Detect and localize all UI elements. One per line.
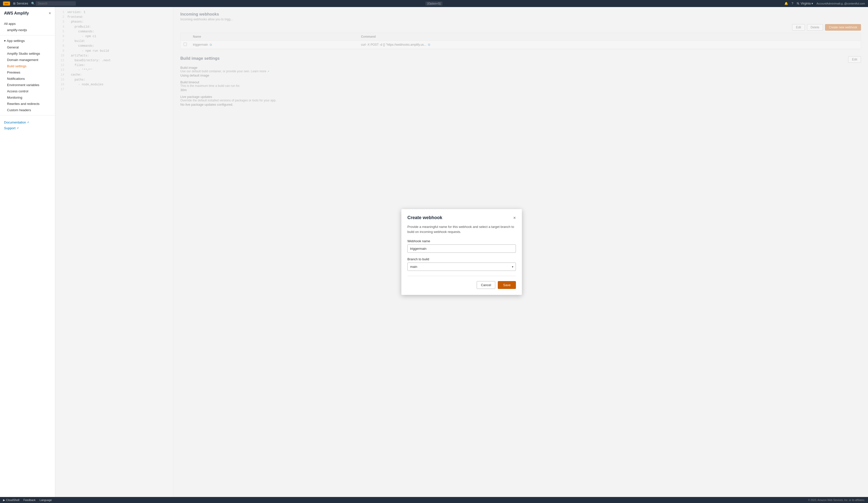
chevron-down-icon: ▾ [4,39,6,43]
nav-right-items: 🔔 ? N. Virginia ▾ AccountAdmin/matt.g..@… [784,2,865,5]
cancel-button[interactable]: Cancel [477,281,495,289]
sidebar-item-notifications[interactable]: Notifications [0,75,55,82]
search-box-container[interactable]: 🔍 [31,1,76,6]
dialog-close-icon[interactable]: × [513,216,516,220]
sidebar-item-custom-headers[interactable]: Custom headers [0,107,55,113]
aws-logo: aws [3,1,10,6]
sidebar-header: AWS Amplify × [0,11,55,19]
sidebar-item-general[interactable]: General [0,44,55,51]
language-link[interactable]: Language [40,499,52,502]
documentation-label: Documentation [4,120,26,124]
feedback-link[interactable]: Feedback [23,499,35,502]
sidebar-item-previews[interactable]: Previews [0,69,55,75]
grid-icon: ⊞ [13,2,16,5]
dialog-description: Provide a meaningful name for this webho… [407,224,516,234]
save-button[interactable]: Save [498,281,516,289]
documentation-link[interactable]: Documentation ↗ [4,119,51,125]
webhook-name-input[interactable] [407,244,516,253]
help-icon[interactable]: ? [792,2,793,5]
dialog-title: Create webhook [407,215,442,220]
sidebar-item-studio-settings[interactable]: Amplify Studio settings [0,51,55,57]
search-input[interactable] [36,1,76,6]
terminal-icon: ▶ [3,499,5,502]
sidebar-divider [0,35,55,35]
chevron-down-icon: ▾ [812,2,813,5]
services-label: Services [17,2,28,5]
branch-to-build-form-group: Branch to build main dev staging ▾ [407,257,516,271]
dialog-header: Create webhook × [407,215,516,220]
sidebar-item-access-control[interactable]: Access control [0,88,55,94]
copyright-text: © 2023, Amazon Web Services, Inc. or its… [808,499,865,502]
sidebar-item-allapps[interactable]: All apps [0,21,55,27]
content-area: 1version: 1 2frontend: 3 phases: 4 preBu… [55,7,868,497]
sidebar-item-build-settings[interactable]: Build settings [0,63,55,69]
sidebar: AWS Amplify × All apps amplify-nextjs ▾ … [0,7,55,497]
search-icon: 🔍 [31,2,35,5]
sidebar-app-title: AWS Amplify [4,11,29,15]
cloudshell-label: CloudShell [6,499,19,502]
region-selector[interactable]: N. Virginia ▾ [797,2,813,5]
support-label: Support [4,126,16,130]
external-link-icon-2: ↗ [17,127,19,129]
top-navigation: aws ⊞ Services 🔍 [Option+S] 🔔 ? N. Virgi… [0,0,868,7]
dialog-actions: Cancel Save [407,281,516,289]
sidebar-item-monitoring[interactable]: Monitoring [0,94,55,101]
webhook-name-form-group: Webhook name [407,239,516,253]
close-icon[interactable]: × [49,11,51,15]
sidebar-item-domain-management[interactable]: Domain management [0,57,55,63]
branch-to-build-label: Branch to build [407,257,516,261]
services-menu[interactable]: ⊞ Services [13,2,28,5]
sidebar-section-label: App settings [7,39,25,43]
sidebar-item-rewrites[interactable]: Rewrites and redirects [0,101,55,107]
create-webhook-dialog: Create webhook × Provide a meaningful na… [401,209,522,295]
dialog-divider [407,276,516,276]
sidebar-section-appsettings[interactable]: ▾ App settings [0,38,55,44]
external-link-icon: ↗ [27,121,29,124]
keyboard-shortcut: [Option+S] [425,1,443,6]
status-bar: ▶ CloudShell Feedback Language © 2023, A… [0,497,868,503]
dialog-backdrop: Create webhook × Provide a meaningful na… [55,7,868,497]
branch-to-build-select[interactable]: main dev staging [407,263,516,271]
account-label: AccountAdmin/matt.g..@contentful.com [817,2,865,5]
sidebar-item-appname[interactable]: amplify-nextjs [0,27,55,33]
branch-select-wrapper: main dev staging ▾ [407,263,516,271]
webhook-name-label: Webhook name [407,239,516,243]
sidebar-item-env-vars[interactable]: Environment variables [0,82,55,88]
notification-icon[interactable]: 🔔 [784,2,788,5]
sidebar-bottom-links: Documentation ↗ Support ↗ [0,117,55,133]
cloudshell-button[interactable]: ▶ CloudShell [3,499,19,502]
sidebar-navigation: All apps amplify-nextjs ▾ App settings G… [0,21,55,133]
region-label: N. Virginia [797,2,810,5]
support-link[interactable]: Support ↗ [4,125,51,131]
